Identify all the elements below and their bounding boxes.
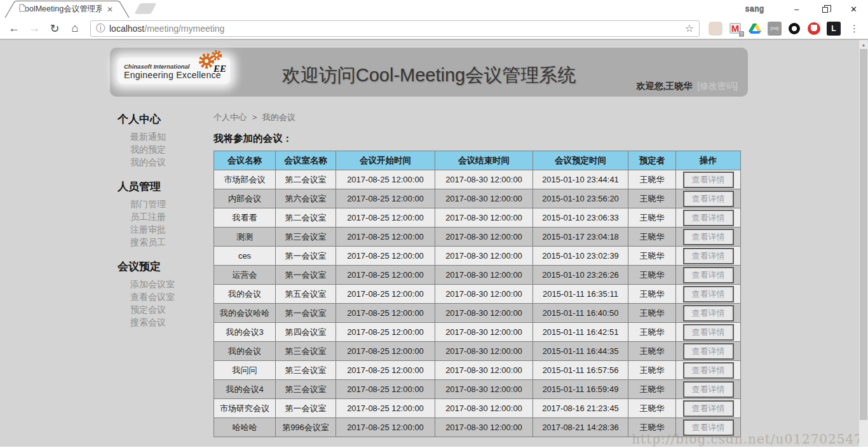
table-cell: 哈哈哈 <box>214 418 276 437</box>
browser-tab[interactable]: CoolMeeting会议管理系 ✕ <box>4 0 131 18</box>
markdown-extension-icon[interactable]: (md) <box>768 22 782 36</box>
browser-menu-icon[interactable]: ⋮ <box>846 23 863 34</box>
browser-profile-name[interactable]: sang <box>745 4 764 13</box>
tab-close-icon[interactable]: ✕ <box>105 5 114 14</box>
meetings-table: 会议名称会议室名称会议开始时间会议结束时间会议预定时间预定者操作 市场部会议第二… <box>214 151 741 437</box>
table-cell: 2017-08-30 12:00:00 <box>435 418 533 437</box>
table-cell: 运营会 <box>214 266 276 285</box>
vertical-scrollbar[interactable]: ▲ <box>859 40 868 447</box>
view-details-button[interactable]: 查看详情 <box>683 381 734 398</box>
new-tab-button[interactable] <box>134 3 156 14</box>
table-cell: 2017-08-25 12:00:00 <box>336 399 435 418</box>
table-cell: 我的会议 <box>214 342 276 361</box>
view-details-button[interactable]: 查看详情 <box>683 324 734 341</box>
table-cell: 王晓华 <box>628 189 676 208</box>
table-row: 我的会议4第三会议室2017-08-25 12:00:002017-08-30 … <box>214 380 741 399</box>
table-row: 市场研究会议第一会议室2017-08-25 12:00:002017-08-30… <box>214 399 741 418</box>
forward-button[interactable]: → <box>25 20 43 37</box>
table-cell: 王晓华 <box>628 323 676 342</box>
sidebar-item[interactable]: 注册审批 <box>118 223 214 236</box>
sidebar-item[interactable]: 搜索员工 <box>118 236 214 248</box>
table-cell: 我问问 <box>214 361 276 380</box>
refresh-button[interactable]: ↻ <box>46 20 64 37</box>
table-cell: 王晓华 <box>628 247 676 266</box>
view-details-button[interactable]: 查看详情 <box>683 210 734 226</box>
table-cell: 第六会议室 <box>276 189 336 208</box>
back-button[interactable]: ← <box>5 20 23 37</box>
table-column-header: 会议开始时间 <box>336 151 435 170</box>
view-details-button[interactable]: 查看详情 <box>683 400 734 417</box>
sidebar-item[interactable]: 预定会议 <box>118 303 214 316</box>
breadcrumb-current[interactable]: 我的会议 <box>262 112 295 122</box>
page-info-icon[interactable]: ⓘ <box>96 23 105 34</box>
table-body: 市场部会议第二会议室2017-08-25 12:00:002017-08-30 … <box>214 170 741 437</box>
table-action-cell: 查看详情 <box>676 227 741 247</box>
table-cell: 第二会议室 <box>276 170 336 189</box>
window-close-button[interactable]: ✕ <box>839 0 868 18</box>
url-host: localhost <box>109 24 144 34</box>
table-cell: 2017-08-30 12:00:00 <box>435 399 533 418</box>
restore-icon <box>822 7 828 13</box>
table-cell: 第五会议室 <box>276 285 336 304</box>
main-content: 个人中心 > 我的会议 我将参加的会议： 会议名称会议室名称会议开始时间会议结束… <box>214 112 748 437</box>
sidebar-item[interactable]: 员工注册 <box>118 210 214 223</box>
change-password-link[interactable]: [修改密码] <box>697 81 738 91</box>
table-cell: 王晓华 <box>628 285 676 304</box>
sidebar-item[interactable]: 添加会议室 <box>118 278 214 290</box>
sidebar-group-title[interactable]: 人员管理 <box>118 179 214 194</box>
view-details-button[interactable]: 查看详情 <box>683 343 734 360</box>
table-cell: 2017-08-30 12:00:00 <box>435 247 533 266</box>
address-bar[interactable]: ⓘ localhost/meeting/mymeeting ☆ <box>90 20 700 37</box>
table-cell: 2015-01-10 23:26:26 <box>533 266 628 285</box>
table-cell: 我的会议哈哈 <box>214 304 276 323</box>
sidebar-item[interactable]: 我的预定 <box>118 143 214 156</box>
sidebar: 个人中心最新通知我的预定我的会议人员管理部门管理员工注册注册审批搜索员工会议预定… <box>110 112 214 437</box>
sidebar-item[interactable]: 最新通知 <box>118 130 214 143</box>
view-details-button[interactable]: 查看详情 <box>683 248 734 264</box>
page-content: ▲ EE Chinasoft International Engineering… <box>0 40 868 447</box>
table-column-header: 会议结束时间 <box>435 151 533 170</box>
table-cell: 2015-01-11 16:42:51 <box>533 323 628 342</box>
table-action-cell: 查看详情 <box>676 399 741 418</box>
table-cell: 2017-08-25 12:00:00 <box>336 170 435 189</box>
adblock-hand-extension-icon[interactable] <box>807 22 821 36</box>
avast-extension-icon[interactable] <box>709 22 722 36</box>
view-details-button[interactable]: 查看详情 <box>683 229 734 245</box>
chinasoft-logo: EE Chinasoft International Engineering E… <box>118 58 230 84</box>
table-cell: 2017-08-25 12:00:00 <box>336 342 435 361</box>
window-minimize-button[interactable]: – <box>782 0 811 18</box>
table-cell: 2017-08-30 12:00:00 <box>435 304 533 323</box>
view-details-button[interactable]: 查看详情 <box>683 172 734 188</box>
sidebar-item[interactable]: 部门管理 <box>118 198 214 210</box>
breadcrumb-parent[interactable]: 个人中心 <box>214 112 247 122</box>
sidebar-item[interactable]: 我的会议 <box>118 156 214 168</box>
scrollbar-thumb[interactable] <box>860 49 867 420</box>
view-details-button[interactable]: 查看详情 <box>683 286 734 302</box>
table-cell: 2017-08-25 12:00:00 <box>336 227 435 247</box>
l-extension-icon[interactable]: L <box>827 22 841 36</box>
table-action-cell: 查看详情 <box>676 208 741 227</box>
window-restore-button[interactable] <box>811 0 839 18</box>
sidebar-group-title[interactable]: 会议预定 <box>118 259 214 274</box>
sidebar-item[interactable]: 搜索会议 <box>118 316 214 329</box>
ring-extension-icon[interactable] <box>787 22 801 36</box>
table-cell: 市场研究会议 <box>214 399 276 418</box>
table-cell: 第三会议室 <box>276 227 336 247</box>
drive-extension-icon[interactable] <box>748 22 762 36</box>
view-details-button[interactable]: 查看详情 <box>683 191 734 207</box>
bookmark-star-icon[interactable]: ☆ <box>685 22 694 34</box>
view-details-button[interactable]: 查看详情 <box>683 305 734 322</box>
view-details-button[interactable]: 查看详情 <box>683 267 734 283</box>
gmail-extension-icon[interactable]: M ? <box>728 22 742 36</box>
table-cell: 王晓华 <box>628 227 676 247</box>
sidebar-group: 个人中心最新通知我的预定我的会议 <box>118 112 214 168</box>
sidebar-group-title[interactable]: 个人中心 <box>118 112 214 126</box>
scroll-up-arrow-icon[interactable]: ▲ <box>859 40 868 49</box>
table-cell: 2017-08-25 12:00:00 <box>336 208 435 227</box>
logo-ee-text: EE <box>214 64 226 74</box>
home-button[interactable]: ⌂ <box>66 20 84 37</box>
table-cell: 我的会议4 <box>214 380 276 399</box>
sidebar-item[interactable]: 查看会议室 <box>118 290 214 303</box>
view-details-button[interactable]: 查看详情 <box>683 362 734 379</box>
table-cell: 2015-01-11 16:35:11 <box>533 285 628 304</box>
